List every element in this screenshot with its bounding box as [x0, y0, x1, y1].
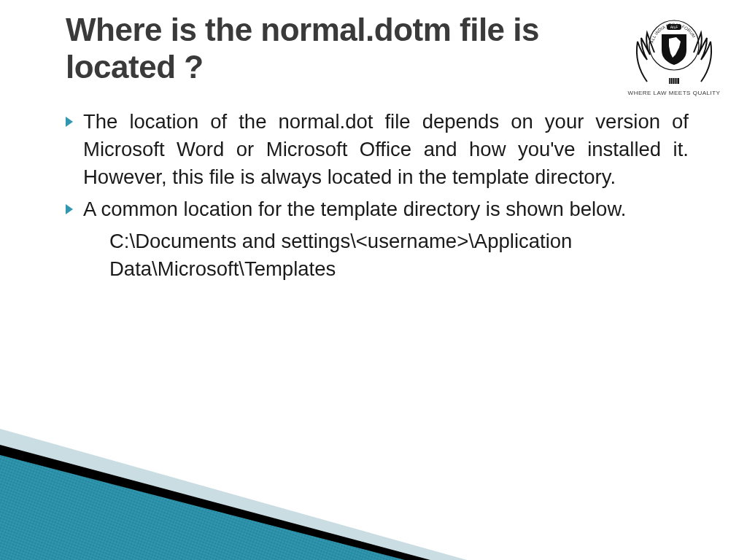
bullet-arrow-icon	[66, 204, 73, 214]
list-item: The location of the normal.dot file depe…	[66, 108, 689, 191]
content-area: The location of the normal.dot file depe…	[66, 108, 689, 283]
slide: Where is the normal.dotm file is located…	[0, 0, 747, 560]
decorative-wedge	[0, 429, 467, 560]
logo-tagline: WHERE LAW MEETS QUALITY	[628, 90, 721, 96]
logo-emblem: AILF ALL INDIA LEGAL FORUM WHERE LAW MEE…	[616, 3, 732, 105]
bullet-text: A common location for the template direc…	[83, 195, 689, 223]
bullet-arrow-icon	[66, 117, 73, 127]
file-path-text: C:\Documents and settings\<username>\App…	[66, 228, 689, 283]
list-item: A common location for the template direc…	[66, 195, 689, 223]
bullet-text: The location of the normal.dot file depe…	[83, 108, 689, 191]
slide-title: Where is the normal.dotm file is located…	[66, 12, 623, 85]
shield-laurel-icon: AILF ALL INDIA LEGAL FORUM	[627, 12, 721, 93]
